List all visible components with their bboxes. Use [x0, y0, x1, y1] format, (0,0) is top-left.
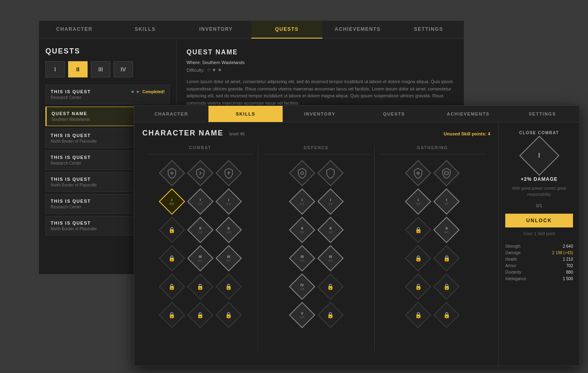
- skills-nav-settings[interactable]: SETTINGS: [505, 106, 579, 122]
- skill-node-defence-t4-1[interactable]: IV 1/4: [289, 274, 315, 300]
- skill-node-gathering-t2-1[interactable]: 🔒: [405, 217, 431, 243]
- unlock-button[interactable]: UNLOCK: [505, 214, 573, 227]
- quest-item[interactable]: THIS IS QUEST ★ ★ Completed! Research Ce…: [45, 85, 170, 104]
- filter-btn-3[interactable]: III: [91, 61, 110, 77]
- gathering-icon-row: [405, 160, 459, 186]
- skills-nav-quests[interactable]: QUESTS: [357, 106, 431, 122]
- quest-detail-description: Lorem ipsum dolor sit amet, consectetur …: [187, 78, 454, 107]
- skill-node-combat-t5-3[interactable]: 🔒: [216, 302, 242, 328]
- skill-node-combat-t1-2[interactable]: I 1/1: [187, 189, 213, 214]
- combat-tier1-row: I 0/1 I 1/1: [159, 189, 242, 214]
- skill-node-combat-t5-1[interactable]: 🔒: [159, 302, 185, 328]
- nav-quests[interactable]: QUESTS: [251, 21, 322, 39]
- quest-detail-name: QUEST NAME: [187, 49, 454, 56]
- skill-node-defence-t3-1[interactable]: III 1/2: [289, 245, 315, 271]
- skill-node-gathering-t3-1[interactable]: 🔒: [405, 245, 431, 271]
- quest-completed: Completed!: [142, 90, 165, 94]
- skill-node-gathering-t5-1[interactable]: 🔒: [405, 302, 431, 328]
- skill-node-combat-t5-2[interactable]: 🔒: [187, 302, 213, 328]
- nav-skills[interactable]: SKILLS: [110, 21, 181, 39]
- skill-node-defence-t5-2[interactable]: 🔒: [318, 302, 343, 328]
- defence-tier2-row: II 2/2 II 1/2: [289, 217, 343, 243]
- filter-btn-4[interactable]: IV: [114, 61, 133, 77]
- skill-node-gathering-t4-2[interactable]: 🔒: [433, 274, 459, 300]
- stat-row-health: Health 1 210: [505, 257, 573, 262]
- skill-node-combat-t2-3[interactable]: II 1/2: [216, 217, 242, 243]
- skills-nav-inventory[interactable]: INVENTORY: [283, 106, 357, 122]
- skill-node-combat-t4-3[interactable]: 🔒: [216, 274, 242, 300]
- skill-node-defence-t2-2[interactable]: II 1/2: [318, 217, 343, 243]
- skill-node-combat-t4-1[interactable]: 🔒: [159, 274, 185, 300]
- skill-node-gathering-1[interactable]: [405, 160, 431, 186]
- skill-node-defence-t1-1[interactable]: I 1/1: [289, 189, 315, 214]
- defence-tier4-row: IV 1/4 🔒: [289, 274, 343, 300]
- nav-settings[interactable]: SETTINGS: [393, 21, 464, 39]
- gathering-tier4-row: 🔒 🔒: [405, 274, 459, 300]
- stat-value-dexterity: 880: [566, 270, 573, 274]
- skill-node-gathering-t2-2[interactable]: II 0/2: [433, 217, 459, 243]
- skill-node-combat-t1-3[interactable]: I 1/1: [216, 189, 242, 214]
- gathering-header: GATHERING: [379, 146, 486, 154]
- stat-value-damage: 2 198 (+43): [552, 251, 573, 255]
- combat-tier2-row: 🔒 II 1/2 II: [159, 217, 242, 243]
- nav-inventory[interactable]: INVENTORY: [180, 21, 251, 39]
- skills-nav-skills[interactable]: SKILLS: [208, 106, 283, 122]
- skill-node-gathering-t1-2[interactable]: I 1/1: [433, 189, 459, 214]
- skill-node-gathering-t4-1[interactable]: 🔒: [405, 274, 431, 300]
- skills-main-panel: CHARACTER NAME level 46 Unused Skill poi…: [134, 122, 498, 366]
- stat-value-health: 1 210: [563, 257, 573, 262]
- skill-detail-panel: CLOSE COMBAT I +2% DAMAGE With great pow…: [498, 122, 579, 366]
- skill-node-combat-t2-1[interactable]: 🔒: [159, 217, 185, 243]
- skill-node-defence-2[interactable]: [318, 160, 343, 186]
- detail-description: With great power comes great responsibil…: [505, 185, 573, 197]
- skill-node-defence-t5-1[interactable]: V 0/4: [289, 302, 315, 328]
- skill-points-info: Unused Skill points: 4: [444, 131, 490, 136]
- skills-grid-container: COMBAT: [142, 146, 490, 352]
- skill-node-gathering-t3-2[interactable]: 🔒: [433, 245, 459, 271]
- nav-character[interactable]: CHARACTER: [39, 21, 110, 39]
- quests-navigation: CHARACTER SKILLS INVENTORY QUESTS ACHIEV…: [39, 21, 464, 39]
- defence-tier3-row: III 1/2 III 0/2: [289, 245, 343, 271]
- skill-node-combat-t1-1[interactable]: I 0/1: [159, 189, 185, 214]
- detail-node-label: I: [538, 152, 540, 159]
- svg-rect-9: [445, 172, 449, 175]
- skills-nav-achievements[interactable]: ACHIEVEMENTS: [431, 106, 505, 122]
- defence-icon-row: [289, 160, 343, 186]
- quest-item-location: Research Center: [51, 95, 165, 100]
- stat-row-armor: Armor 702: [505, 264, 573, 268]
- skill-node-gathering-t1-1[interactable]: I 0/1: [405, 189, 431, 214]
- skill-node-defence-t3-2[interactable]: III 0/2: [318, 245, 343, 271]
- stat-row-strength: Strength 2 640: [505, 244, 573, 249]
- skill-node-combat-t2-2[interactable]: II 1/2: [187, 217, 213, 243]
- combat-tier4-row: 🔒 🔒 🔒: [159, 274, 242, 300]
- skill-node-combat-1[interactable]: [159, 160, 185, 186]
- cost-text: Cost: 1 Skill point: [524, 232, 555, 236]
- skill-node-combat-t4-2[interactable]: 🔒: [187, 274, 213, 300]
- skill-node-defence-t1-2[interactable]: I 1/1: [318, 189, 343, 214]
- skill-node-defence-t4-2[interactable]: 🔒: [318, 274, 343, 300]
- skill-node-defence-t2-1[interactable]: II 2/2: [289, 217, 315, 243]
- character-name-level: CHARACTER NAME level 46: [142, 129, 245, 137]
- character-level: level 46: [229, 131, 245, 136]
- filter-btn-2[interactable]: II: [68, 61, 88, 77]
- combat-tier3-row: 🔒 III 0/2 III: [159, 245, 242, 271]
- skill-node-defence-1[interactable]: [289, 160, 315, 186]
- skill-node-gathering-2[interactable]: [433, 160, 459, 186]
- skills-nav-character[interactable]: CHARACTER: [134, 106, 208, 122]
- nav-achievements[interactable]: ACHIEVEMENTS: [322, 21, 393, 39]
- skill-node-combat-2[interactable]: [187, 160, 213, 186]
- gathering-column: GATHERING: [375, 146, 490, 352]
- quest-detail-difficulty: Difficulty: ☆ ★ ★: [187, 67, 454, 73]
- skill-node-combat-3[interactable]: [216, 160, 242, 186]
- combat-header: COMBAT: [146, 146, 254, 154]
- skill-node-combat-t3-2[interactable]: III 0/2: [187, 245, 213, 271]
- defence-column: DEFENCE: [258, 146, 374, 352]
- filter-btn-1[interactable]: I: [45, 61, 65, 77]
- stat-name-dexterity: Doxterity: [505, 270, 521, 274]
- skill-node-combat-t3-3[interactable]: III 0/2: [216, 245, 242, 271]
- defence-tier1-row: I 1/1 I 1/1: [289, 189, 343, 214]
- skill-node-gathering-t5-2[interactable]: 🔒: [433, 302, 459, 328]
- stat-name-damage: Damage: [505, 251, 521, 255]
- combat-column: COMBAT: [142, 146, 258, 352]
- skill-node-combat-t3-1[interactable]: 🔒: [159, 245, 185, 271]
